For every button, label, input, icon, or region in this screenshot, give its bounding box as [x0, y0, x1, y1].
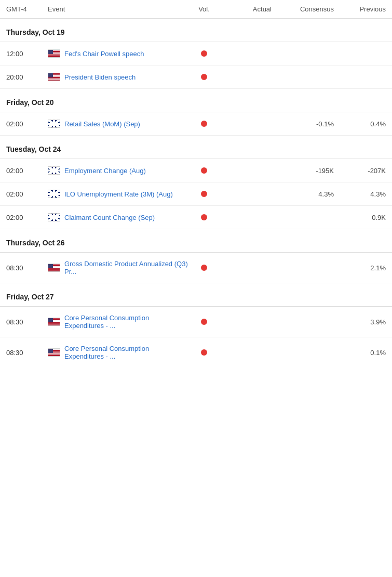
event-cell: President Biden speech [48, 73, 188, 81]
event-time: 08:30 [6, 264, 48, 272]
consensus-value: -0.1% [272, 120, 334, 128]
vol-cell [188, 319, 220, 325]
table-row: 02:00Retail Sales (MoM) (Sep)-0.1%0.4% [0, 112, 392, 136]
section-header-1: Friday, Oct 20 [0, 89, 392, 112]
event-time: 08:30 [6, 349, 48, 357]
flag-gb [48, 213, 60, 221]
volatility-indicator [201, 191, 207, 197]
event-name[interactable]: Core Personal Consumption Expenditures -… [64, 345, 188, 360]
table-row: 08:30Core Personal Consumption Expenditu… [0, 307, 392, 337]
table-row: 08:30Gross Domestic Product Annualized (… [0, 253, 392, 283]
previous-value: -207K [334, 167, 386, 175]
col-previous: Previous [334, 5, 386, 13]
table-row: 02:00Employment Change (Aug)-195K-207K [0, 159, 392, 182]
volatility-indicator [201, 319, 207, 325]
event-cell: Claimant Count Change (Sep) [48, 213, 188, 221]
table-row: 02:00ILO Unemployment Rate (3M) (Aug)4.3… [0, 182, 392, 206]
flag-us [48, 264, 60, 272]
flag-us [48, 73, 60, 81]
col-vol: Vol. [188, 5, 220, 13]
event-time: 12:00 [6, 50, 48, 58]
vol-cell [188, 191, 220, 197]
event-name[interactable]: Gross Domestic Product Annualized (Q3) P… [64, 260, 188, 276]
event-name[interactable]: Core Personal Consumption Expenditures -… [64, 314, 188, 330]
flag-us [48, 49, 60, 58]
section-header-2: Tuesday, Oct 24 [0, 136, 392, 159]
previous-value: 0.1% [334, 349, 386, 357]
event-time: 02:00 [6, 190, 48, 198]
event-name[interactable]: Employment Change (Aug) [64, 167, 146, 175]
flag-us [48, 348, 60, 357]
flag-us [48, 318, 60, 326]
col-timezone: GMT-4 [6, 5, 48, 13]
event-cell: ILO Unemployment Rate (3M) (Aug) [48, 190, 188, 198]
table-row: 02:00Claimant Count Change (Sep)0.9K [0, 206, 392, 229]
event-cell: Core Personal Consumption Expenditures -… [48, 345, 188, 360]
vol-cell [188, 74, 220, 80]
col-actual: Actual [220, 5, 272, 13]
event-name[interactable]: ILO Unemployment Rate (3M) (Aug) [64, 190, 173, 198]
table-row: 12:00Fed's Chair Powell speech [0, 42, 392, 65]
event-name[interactable]: Retail Sales (MoM) (Sep) [64, 120, 140, 128]
section-header-0: Thursday, Oct 19 [0, 19, 392, 42]
table-row: 08:30Core Personal Consumption Expenditu… [0, 337, 392, 368]
previous-value: 0.9K [334, 214, 386, 221]
event-cell: Fed's Chair Powell speech [48, 49, 188, 58]
event-cell: Gross Domestic Product Annualized (Q3) P… [48, 260, 188, 276]
volatility-indicator [201, 265, 207, 271]
volatility-indicator [201, 167, 207, 174]
flag-gb [48, 166, 60, 175]
previous-value: 2.1% [334, 264, 386, 272]
event-time: 20:00 [6, 73, 48, 81]
volatility-indicator [201, 214, 207, 220]
flag-gb [48, 120, 60, 128]
vol-cell [188, 50, 220, 57]
vol-cell [188, 265, 220, 271]
vol-cell [188, 349, 220, 356]
col-event: Event [48, 5, 188, 13]
col-consensus: Consensus [272, 5, 334, 13]
event-name[interactable]: Claimant Count Change (Sep) [64, 214, 155, 221]
flag-gb [48, 190, 60, 198]
event-name[interactable]: Fed's Chair Powell speech [64, 50, 144, 58]
vol-cell [188, 214, 220, 220]
volatility-indicator [201, 50, 207, 57]
previous-value: 4.3% [334, 190, 386, 198]
calendar-body: Thursday, Oct 1912:00Fed's Chair Powell … [0, 19, 392, 368]
header-row: GMT-4 Event Vol. Actual Consensus Previo… [0, 0, 392, 19]
volatility-indicator [201, 74, 207, 80]
event-name[interactable]: President Biden speech [64, 73, 136, 81]
volatility-indicator [201, 349, 207, 356]
table-row: 20:00President Biden speech [0, 65, 392, 89]
section-header-3: Thursday, Oct 26 [0, 229, 392, 252]
volatility-indicator [201, 121, 207, 127]
event-time: 02:00 [6, 214, 48, 221]
event-time: 02:00 [6, 120, 48, 128]
event-time: 08:30 [6, 318, 48, 326]
previous-value: 3.9% [334, 318, 386, 326]
event-cell: Employment Change (Aug) [48, 166, 188, 175]
vol-cell [188, 121, 220, 127]
event-time: 02:00 [6, 167, 48, 175]
consensus-value: -195K [272, 167, 334, 175]
event-cell: Core Personal Consumption Expenditures -… [48, 314, 188, 330]
event-cell: Retail Sales (MoM) (Sep) [48, 120, 188, 128]
section-header-4: Friday, Oct 27 [0, 283, 392, 306]
previous-value: 0.4% [334, 120, 386, 128]
vol-cell [188, 167, 220, 174]
consensus-value: 4.3% [272, 190, 334, 198]
